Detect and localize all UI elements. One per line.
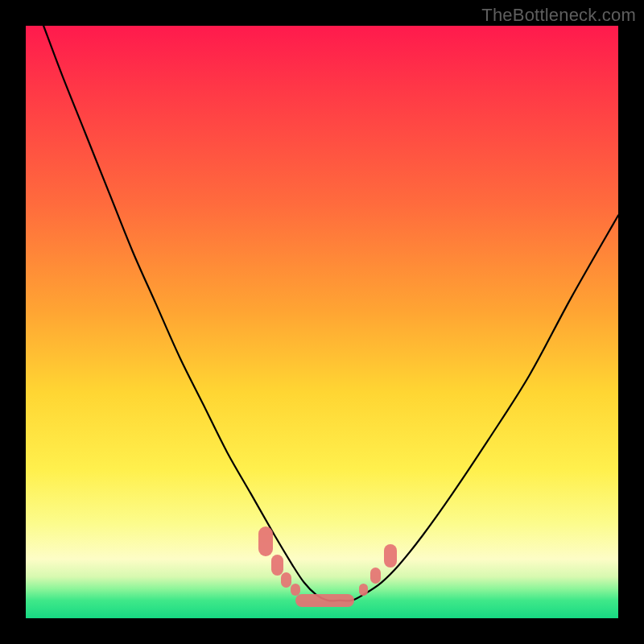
watermark-text: TheBottleneck.com — [481, 5, 636, 26]
curve-path — [43, 26, 618, 601]
chart-frame: TheBottleneck.com — [0, 0, 644, 644]
plot-area — [26, 26, 618, 618]
bottleneck-curve — [26, 26, 618, 618]
